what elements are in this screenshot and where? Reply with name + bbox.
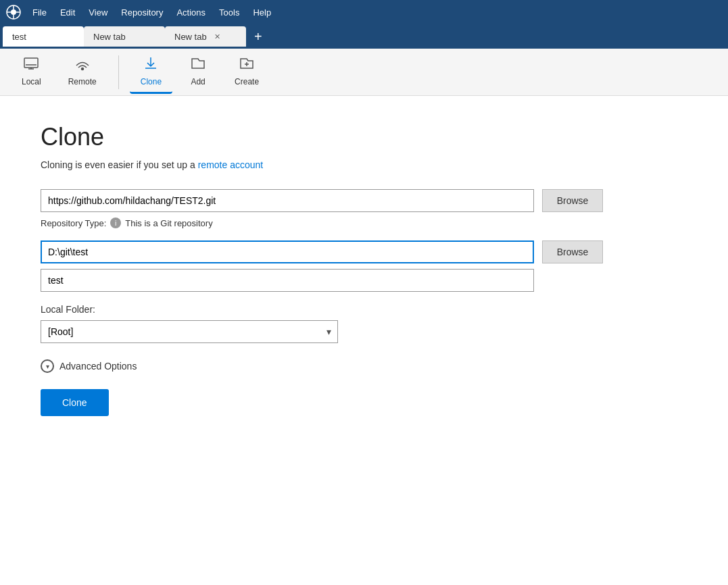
local-folder-label: Local Folder: [41, 304, 687, 315]
remote-icon [74, 55, 91, 74]
url-form-group: Browse [41, 189, 687, 212]
advanced-options-toggle[interactable]: ▾ Advanced Options [41, 359, 687, 373]
toolbar-create-btn[interactable]: Create [224, 50, 270, 94]
subtitle-text: Cloning is even easier if you set up a [41, 159, 198, 170]
menu-file[interactable]: File [27, 5, 52, 20]
toolbar-remote-btn[interactable]: Remote [57, 50, 107, 94]
local-folder-wrapper: [Root] src docs ▾ [41, 320, 338, 343]
tab-newtab-2-label: New tab [174, 32, 207, 42]
repo-type-value: This is a Git repository [125, 218, 212, 228]
menu-view[interactable]: View [83, 5, 113, 20]
toolbar-create-label: Create [235, 77, 259, 86]
tab-close-icon[interactable]: ✕ [212, 32, 222, 42]
title-bar: File Edit View Repository Actions Tools … [0, 0, 728, 24]
toolbar-local-label: Local [22, 77, 41, 86]
menu-bar: File Edit View Repository Actions Tools … [27, 5, 276, 20]
tab-test[interactable]: test [3, 26, 84, 47]
advanced-chevron-icon: ▾ [41, 359, 54, 373]
tab-add-button[interactable]: + [249, 28, 268, 46]
path-input[interactable] [41, 240, 534, 263]
menu-edit[interactable]: Edit [55, 5, 80, 20]
add-icon [190, 55, 206, 74]
browse-path-button[interactable]: Browse [542, 240, 603, 263]
url-input[interactable] [41, 189, 534, 212]
create-icon [239, 55, 255, 74]
name-form-group [41, 269, 687, 292]
clone-icon [143, 55, 159, 74]
toolbar-clone-btn[interactable]: Clone [130, 50, 172, 94]
toolbar-remote-label: Remote [68, 77, 97, 86]
svg-point-1 [11, 9, 16, 15]
remote-account-link[interactable]: remote account [198, 159, 264, 170]
page-title: Clone [41, 123, 687, 151]
menu-tools[interactable]: Tools [214, 5, 245, 20]
subtitle: Cloning is even easier if you set up a r… [41, 159, 687, 170]
repo-type-label: Repository Type: [41, 218, 106, 228]
svg-point-10 [81, 68, 83, 70]
tab-newtab-1[interactable]: New tab [84, 26, 165, 47]
toolbar: Local Remote Clone Add [0, 49, 728, 96]
path-form-group: Browse [41, 240, 687, 263]
tab-newtab-1-label: New tab [93, 32, 126, 42]
toolbar-local-btn[interactable]: Local [11, 50, 52, 94]
menu-help[interactable]: Help [247, 5, 276, 20]
toolbar-add-btn[interactable]: Add [178, 50, 218, 94]
main-content: Clone Cloning is even easier if you set … [0, 96, 728, 585]
toolbar-divider [118, 55, 119, 89]
browse-url-button[interactable]: Browse [542, 189, 603, 212]
local-folder-select[interactable]: [Root] src docs [41, 320, 338, 343]
tab-test-label: test [12, 32, 26, 42]
clone-button[interactable]: Clone [41, 389, 109, 416]
local-icon [23, 55, 39, 74]
toolbar-add-label: Add [191, 77, 205, 86]
toolbar-clone-label: Clone [141, 77, 162, 86]
svg-rect-6 [24, 58, 38, 68]
tab-bar: test New tab New tab ✕ + [0, 24, 728, 49]
name-input[interactable] [41, 269, 534, 292]
advanced-options-label: Advanced Options [59, 361, 137, 372]
menu-actions[interactable]: Actions [171, 5, 211, 20]
app-logo [5, 4, 22, 20]
repo-type-row: Repository Type: i This is a Git reposit… [41, 218, 687, 228]
tab-newtab-2[interactable]: New tab ✕ [165, 26, 246, 47]
info-icon[interactable]: i [110, 218, 121, 228]
menu-repository[interactable]: Repository [116, 5, 168, 20]
